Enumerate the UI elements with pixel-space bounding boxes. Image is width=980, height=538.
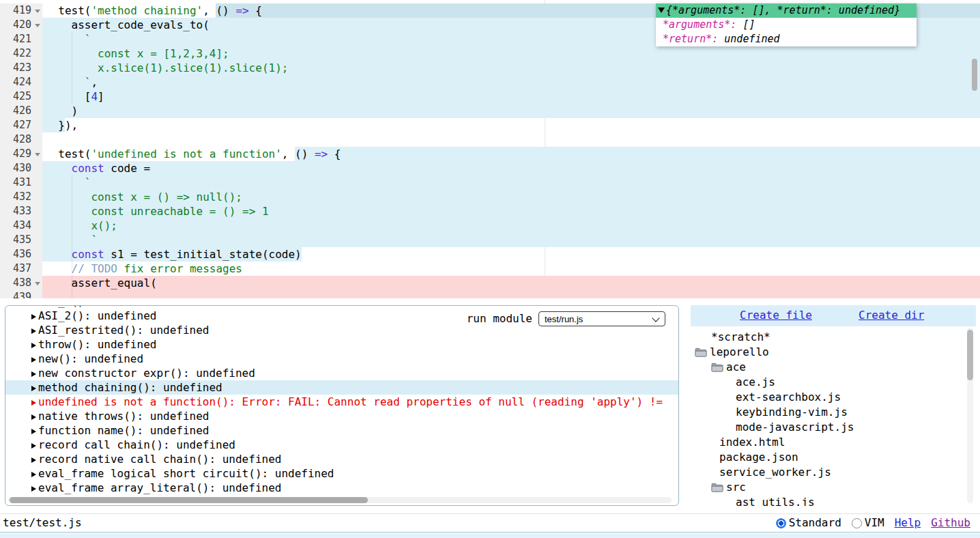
gutter-cell[interactable]: 435 [0, 233, 42, 247]
keybinding-option-standard[interactable]: Standard [776, 514, 841, 532]
gutter-cell[interactable]: 430 [0, 161, 42, 175]
test-result-item[interactable]: eval_frame array_literal(): undefined [5, 481, 678, 495]
test-result-item[interactable]: function name(): undefined [5, 423, 678, 438]
test-result-item[interactable]: record native call chain(): undefined [5, 452, 678, 466]
test-result-item[interactable]: record call chain(): undefined [5, 438, 678, 452]
expand-triangle-icon[interactable] [31, 414, 36, 420]
expand-triangle-icon[interactable] [31, 472, 36, 477]
code-line-423[interactable]: x.slice(1).slice(1).slice(1);423 [0, 61, 980, 75]
test-result-item[interactable]: method chaining(): undefined [5, 380, 678, 395]
expand-triangle-icon[interactable] [31, 371, 36, 377]
file-tree-item-ast-utils-js[interactable]: ast_utils.js [691, 495, 966, 506]
expand-triangle-icon[interactable] [31, 328, 36, 334]
expand-triangle-icon[interactable] [31, 457, 36, 463]
code-line-435[interactable]: `435 [0, 233, 980, 247]
code-line-434[interactable]: x();434 [0, 218, 980, 233]
file-tree-item-index-html[interactable]: index.html [691, 435, 966, 450]
expand-triangle-icon[interactable] [31, 386, 36, 391]
file-tree-item-service-worker-js[interactable]: service_worker.js [691, 465, 966, 480]
help-link[interactable]: Help [895, 514, 921, 532]
expand-triangle-icon[interactable] [31, 429, 36, 434]
gutter-cell[interactable]: 436 [0, 247, 42, 261]
expand-triangle-icon[interactable] [31, 357, 36, 363]
test-result-item[interactable]: new constructor expr(): undefined [5, 366, 678, 380]
code-line-432[interactable]: const x = () => null();432 [0, 190, 980, 204]
code-line-437[interactable]: // TODO fix error messages437 [0, 261, 980, 276]
code-text: x(); [45, 218, 117, 233]
gutter-cell[interactable]: 422 [0, 46, 42, 61]
code-line-422[interactable]: const x = [1,2,3,4];422 [0, 46, 980, 61]
gutter-cell[interactable]: 433 [0, 204, 42, 218]
expand-triangle-icon[interactable] [31, 443, 36, 449]
test-result-item[interactable]: new(): undefined [5, 352, 678, 366]
code-line-439[interactable]: 439 [0, 290, 980, 298]
code-line-430[interactable]: const code =430 [0, 161, 980, 175]
code-line-436[interactable]: const s1 = test_initial_state(code)436 [0, 247, 980, 261]
expand-triangle-icon[interactable] [31, 400, 36, 406]
file-tree-item--scratch-[interactable]: *scratch* [691, 330, 966, 345]
line-number: 420 [0, 18, 31, 32]
console-hscrollbar[interactable] [8, 497, 672, 503]
code-line-424[interactable]: `,424 [0, 75, 980, 89]
file-tree-item-ace[interactable]: ace [691, 360, 966, 375]
code-line-428[interactable]: 428 [0, 132, 980, 147]
create-dir-link[interactable]: Create dir [859, 308, 924, 323]
file-tree-item-package-json[interactable]: package.json [691, 450, 966, 465]
fold-arrow-icon[interactable] [35, 153, 40, 156]
gutter-cell[interactable]: 438 [0, 276, 42, 290]
gutter-cell[interactable]: 424 [0, 75, 42, 89]
highlight-eval [42, 104, 980, 118]
gutter-cell[interactable]: 429 [0, 147, 42, 161]
test-result-item[interactable]: throw(): undefined [5, 337, 678, 352]
tooltip-header[interactable]: {*arguments*: [], *return*: undefined} [656, 3, 917, 18]
code-editor[interactable]: test('method chaining', () => {419 asser… [0, 0, 980, 298]
gutter-cell[interactable]: 434 [0, 218, 42, 233]
code-line-438[interactable]: assert_equal(438 [0, 276, 980, 290]
gutter-cell[interactable]: 428 [0, 132, 42, 147]
file-tree-item-src[interactable]: src [691, 480, 966, 495]
test-result-item[interactable]: undefined is not a function(): Error: FA… [5, 395, 678, 409]
test-result-item[interactable]: native throws(): undefined [5, 409, 678, 423]
file-tree-item-ext-searchbox-js[interactable]: ext-searchbox.js [691, 390, 966, 405]
expand-triangle-icon[interactable] [31, 343, 36, 348]
gutter-cell[interactable]: 420 [0, 18, 42, 32]
file-tree-item-mode-javascript-js[interactable]: mode-javascript.js [691, 420, 966, 435]
code-line-429[interactable]: test('undefined is not a function', () =… [0, 147, 980, 161]
radio-unselected-icon[interactable] [852, 518, 862, 528]
file-tree-item-leporello[interactable]: leporello [691, 345, 966, 360]
code-line-433[interactable]: const unreachable = () => 1433 [0, 204, 980, 218]
expand-triangle-icon[interactable] [31, 486, 36, 492]
collapse-triangle-icon[interactable] [658, 8, 665, 13]
gutter-cell[interactable]: 419 [0, 3, 42, 18]
radio-selected-icon[interactable] [776, 518, 786, 528]
gutter-cell[interactable]: 432 [0, 190, 42, 204]
gutter-cell[interactable]: 427 [0, 118, 42, 132]
expand-triangle-icon[interactable] [31, 314, 36, 320]
test-result-item[interactable]: eval_frame logical short circuit(): unde… [5, 466, 678, 481]
create-file-link[interactable]: Create file [740, 308, 812, 323]
code-line-426[interactable]: )426 [0, 104, 980, 118]
gutter-cell[interactable]: 437 [0, 261, 42, 276]
code-line-425[interactable]: [4]425 [0, 89, 980, 104]
fold-arrow-icon[interactable] [35, 24, 40, 27]
console-hscrollbar-thumb[interactable] [10, 497, 368, 503]
run-module-select[interactable]: test/run.js [538, 311, 665, 326]
github-link[interactable]: Github [931, 514, 970, 532]
editor-scrollbar-thumb[interactable] [972, 59, 977, 91]
code-text: // TODO fix error messages [45, 261, 242, 276]
gutter-cell[interactable]: 421 [0, 32, 42, 46]
gutter-cell[interactable]: 439 [0, 290, 42, 298]
file-tree-scrollbar-thumb[interactable] [967, 330, 973, 380]
fold-arrow-icon[interactable] [35, 282, 40, 285]
code-line-431[interactable]: `431 [0, 175, 980, 190]
file-tree-item-keybinding-vim-js[interactable]: keybinding-vim.js [691, 405, 966, 420]
file-tree-item-ace-js[interactable]: ace.js [691, 375, 966, 390]
editor-scrollbar[interactable] [972, 0, 978, 298]
gutter-cell[interactable]: 426 [0, 104, 42, 118]
fold-arrow-icon[interactable] [35, 10, 40, 13]
keybinding-option-vim[interactable]: VIM [852, 514, 884, 532]
gutter-cell[interactable]: 431 [0, 175, 42, 190]
gutter-cell[interactable]: 425 [0, 89, 42, 104]
code-line-427[interactable]: }),427 [0, 118, 980, 132]
gutter-cell[interactable]: 423 [0, 61, 42, 75]
